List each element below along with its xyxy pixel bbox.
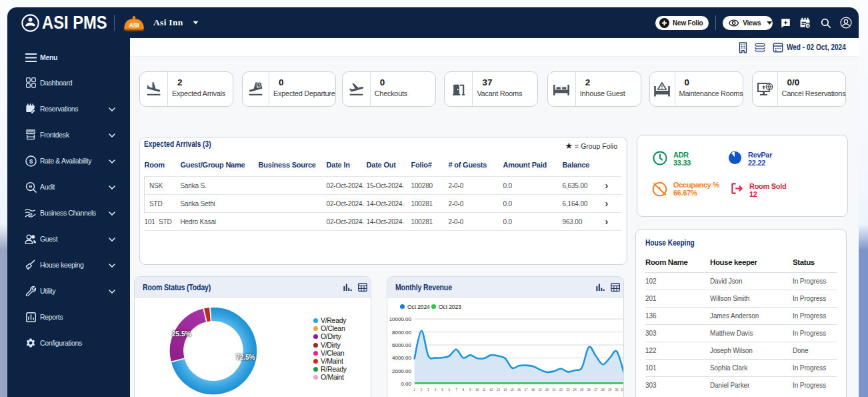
svg-text:6: 6	[449, 388, 451, 392]
svg-text:4000.00: 4000.00	[392, 355, 411, 361]
svg-text:5: 5	[441, 388, 443, 392]
svg-text:ASI: ASI	[129, 22, 139, 29]
svg-text:3: 3	[427, 388, 429, 392]
svg-text:1: 1	[413, 388, 415, 392]
svg-text:6000.00: 6000.00	[392, 342, 411, 348]
svg-text:25: 25	[580, 388, 584, 392]
svg-text:20: 20	[545, 388, 549, 392]
svg-text:28: 28	[601, 388, 605, 392]
svg-text:0.00: 0.00	[401, 381, 411, 387]
svg-text:30: 30	[615, 388, 619, 392]
svg-text:7: 7	[455, 388, 457, 392]
svg-text:27: 27	[594, 388, 598, 392]
svg-text:31: 31	[621, 388, 623, 392]
svg-text:18: 18	[531, 388, 535, 392]
svg-text:11: 11	[483, 388, 486, 392]
svg-text:23: 23	[566, 388, 570, 392]
svg-text:13: 13	[497, 388, 501, 392]
svg-text:8000.00: 8000.00	[392, 330, 411, 336]
svg-text:10000.00: 10000.00	[389, 316, 412, 322]
svg-text:2: 2	[421, 388, 423, 392]
svg-text:26: 26	[587, 388, 591, 392]
svg-text:14: 14	[503, 388, 507, 392]
svg-text:10: 10	[475, 388, 479, 392]
svg-text:$: $	[29, 157, 33, 164]
svg-text:15: 15	[511, 388, 515, 392]
svg-text:8: 8	[463, 388, 465, 392]
svg-text:16: 16	[517, 388, 521, 392]
svg-text:24: 24	[573, 388, 577, 392]
svg-text:29: 29	[608, 388, 612, 392]
svg-text:9: 9	[469, 388, 471, 392]
svg-text:2000.00: 2000.00	[392, 368, 411, 374]
svg-text:19: 19	[538, 388, 542, 392]
svg-text:21: 21	[552, 388, 556, 392]
svg-text:22: 22	[559, 388, 563, 392]
svg-text:4: 4	[435, 388, 437, 392]
svg-text:17: 17	[525, 388, 529, 392]
svg-text:12: 12	[489, 388, 493, 392]
